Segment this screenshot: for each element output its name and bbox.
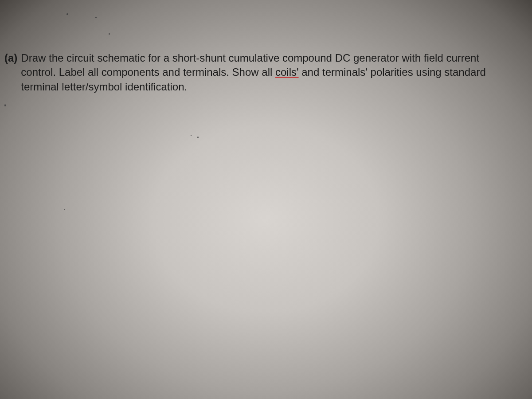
speck	[4, 104, 6, 106]
underlined-word: coils'	[275, 66, 299, 78]
speck	[191, 135, 192, 136]
question-text: Draw the circuit schematic for a short-s…	[21, 51, 514, 94]
speck	[66, 13, 68, 15]
question-block: (a) Draw the circuit schematic for a sho…	[4, 51, 514, 94]
speck	[64, 209, 65, 210]
speck	[197, 137, 199, 138]
speck	[109, 33, 110, 35]
page-content: (a) Draw the circuit schematic for a sho…	[0, 0, 532, 94]
question-label: (a)	[4, 51, 17, 65]
speck	[95, 17, 97, 18]
